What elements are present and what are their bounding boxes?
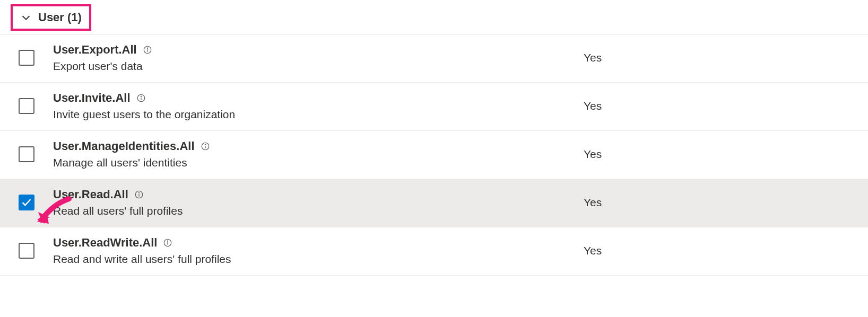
permission-main: User.Read.AllRead all users' full profil… <box>53 188 573 217</box>
permission-name-line: User.Export.All <box>53 43 562 57</box>
admin-consent-value: Yes <box>573 196 868 209</box>
section-header-label: User (1) <box>38 11 82 24</box>
permission-row: User.Invite.AllInvite guest users to the… <box>0 83 868 131</box>
permission-row: User.ManageIdentities.AllManage all user… <box>0 131 868 179</box>
permission-main: User.Invite.AllInvite guest users to the… <box>53 91 573 121</box>
permission-description: Export user's data <box>53 60 562 73</box>
permission-row: User.Read.AllRead all users' full profil… <box>0 179 868 227</box>
permission-main: User.Export.AllExport user's data <box>53 43 573 73</box>
permission-main: User.ReadWrite.AllRead and write all use… <box>53 236 573 266</box>
checkbox-cell <box>0 50 53 66</box>
checkbox-cell <box>0 195 53 210</box>
admin-consent-value: Yes <box>573 51 868 64</box>
permission-name-line: User.ManageIdentities.All <box>53 139 562 153</box>
checkbox-cell <box>0 243 53 259</box>
admin-consent-value: Yes <box>573 148 868 161</box>
permission-checkbox[interactable] <box>19 50 34 66</box>
admin-consent-value: Yes <box>573 244 868 257</box>
permission-checkbox[interactable] <box>19 243 34 259</box>
permission-name: User.Invite.All <box>53 91 131 105</box>
permission-row: User.Export.AllExport user's dataYes <box>0 34 868 83</box>
section-header-user[interactable]: User (1) <box>11 4 91 31</box>
permission-description: Invite guest users to the organization <box>53 108 562 121</box>
info-icon[interactable] <box>162 237 173 248</box>
permission-main: User.ManageIdentities.AllManage all user… <box>53 139 573 169</box>
permission-name: User.Export.All <box>53 43 137 57</box>
info-icon[interactable] <box>200 141 211 152</box>
info-icon[interactable] <box>142 45 153 55</box>
info-icon[interactable] <box>136 93 146 103</box>
info-icon[interactable] <box>134 189 144 200</box>
permission-name-line: User.Read.All <box>53 188 562 201</box>
checkbox-cell <box>0 98 53 114</box>
permission-checkbox[interactable] <box>19 146 34 162</box>
svg-point-8 <box>205 144 205 145</box>
permission-description: Read and write all users' full profiles <box>53 253 562 266</box>
permission-checkbox[interactable] <box>19 195 34 210</box>
permission-description: Read all users' full profiles <box>53 205 562 217</box>
admin-consent-value: Yes <box>573 100 868 112</box>
svg-point-2 <box>147 48 147 48</box>
permission-name-line: User.Invite.All <box>53 91 562 105</box>
permission-name: User.ReadWrite.All <box>53 236 157 250</box>
svg-point-5 <box>141 96 141 96</box>
permission-description: Manage all users' identities <box>53 156 562 169</box>
permission-checkbox[interactable] <box>19 98 34 114</box>
permission-name: User.ManageIdentities.All <box>53 139 195 153</box>
permission-row: User.ReadWrite.AllRead and write all use… <box>0 227 868 276</box>
chevron-down-icon <box>20 12 32 23</box>
permission-name-line: User.ReadWrite.All <box>53 236 562 250</box>
permission-name: User.Read.All <box>53 188 128 201</box>
checkbox-cell <box>0 146 53 162</box>
svg-point-14 <box>168 241 168 241</box>
svg-point-11 <box>138 192 139 193</box>
